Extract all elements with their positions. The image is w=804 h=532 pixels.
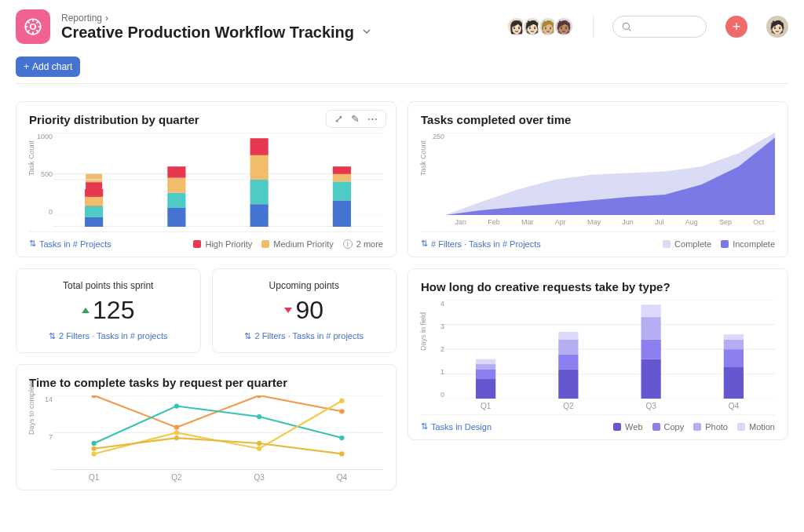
- filter-link[interactable]: ⇅ Tasks in # Projects: [29, 239, 111, 249]
- svg-rect-55: [476, 364, 495, 369]
- filter-icon: ⇅: [244, 331, 251, 341]
- kpi-label: Total points this sprint: [24, 280, 192, 291]
- kpi-value: 125: [93, 296, 134, 325]
- kpi-card-total-points[interactable]: Total points this sprint 125 ⇅2 Filters …: [16, 268, 201, 353]
- svg-point-32: [257, 395, 261, 398]
- svg-point-34: [91, 441, 96, 446]
- search-input[interactable]: [612, 16, 707, 38]
- svg-point-1: [31, 24, 36, 30]
- kpi-label: Upcoming points: [221, 280, 389, 291]
- svg-point-33: [339, 409, 344, 414]
- svg-rect-63: [641, 317, 660, 339]
- card-requests-by-type[interactable]: How long do creative requests take by ty…: [407, 268, 788, 440]
- stacked-bar-chart-layer: [53, 133, 383, 227]
- svg-point-35: [174, 403, 179, 408]
- chevron-right-icon: ›: [105, 13, 108, 24]
- card-actions: ⤢ ✎ ⋯: [326, 110, 386, 128]
- trend-up-icon: [82, 308, 90, 313]
- card-tasks-completed[interactable]: Tasks completed over time Task Count 250…: [407, 101, 788, 257]
- kpi-card-upcoming-points[interactable]: Upcoming points 90 ⇅2 Filters · Tasks in…: [212, 268, 397, 353]
- svg-rect-24: [333, 181, 351, 200]
- plus-icon: +: [24, 61, 29, 72]
- kpi-filter-link[interactable]: ⇅2 Filters · Tasks in # projects: [221, 331, 389, 341]
- y-axis-label: Task Count: [419, 140, 427, 176]
- add-chart-label: Add chart: [32, 61, 72, 72]
- svg-rect-64: [641, 304, 660, 317]
- stacked-bar-chart: [444, 300, 775, 399]
- svg-rect-56: [476, 359, 495, 364]
- svg-rect-61: [641, 359, 660, 399]
- svg-rect-18: [167, 166, 185, 177]
- svg-point-2: [623, 23, 629, 29]
- svg-rect-14: [85, 189, 103, 197]
- svg-point-43: [174, 435, 179, 440]
- y-axis-label: Days in field: [419, 312, 427, 351]
- card-title: Time to complete tasks by request per qu…: [29, 376, 383, 389]
- y-axis-label: Task Count: [27, 140, 35, 176]
- svg-rect-12: [85, 206, 103, 217]
- add-button[interactable]: +: [725, 16, 747, 38]
- trend-down-icon: [284, 308, 292, 313]
- header: Reporting › Creative Production Workflow…: [0, 0, 804, 50]
- toolbar: + Add chart: [0, 50, 804, 90]
- card-priority-distribution[interactable]: Priority distribution by quarter ⤢ ✎ ⋯ T…: [16, 101, 397, 257]
- legend: Complete Incomplete: [663, 239, 775, 249]
- svg-rect-60: [558, 332, 578, 339]
- svg-rect-11: [85, 217, 103, 227]
- breadcrumb[interactable]: Reporting ›: [61, 13, 373, 24]
- svg-rect-67: [724, 340, 744, 350]
- svg-point-44: [257, 441, 261, 446]
- svg-rect-62: [641, 340, 660, 359]
- svg-rect-65: [724, 366, 744, 399]
- svg-rect-22: [250, 138, 269, 155]
- svg-rect-23: [333, 200, 351, 227]
- me-avatar[interactable]: 🧑🏻: [766, 16, 788, 38]
- svg-rect-13: [85, 197, 103, 206]
- filter-icon: ⇅: [29, 239, 36, 249]
- filter-link[interactable]: ⇅ # Filters · Tasks in # Projects: [421, 239, 541, 249]
- svg-rect-21: [250, 155, 269, 180]
- kpi-filter-link[interactable]: ⇅2 Filters · Tasks in # projects: [24, 331, 192, 341]
- svg-point-38: [91, 451, 96, 456]
- svg-point-40: [257, 446, 261, 451]
- filter-link[interactable]: ⇅ Tasks in Design: [421, 421, 492, 432]
- filter-icon: ⇅: [49, 331, 56, 341]
- edit-icon[interactable]: ✎: [348, 113, 363, 125]
- kpi-value: 90: [295, 296, 323, 325]
- svg-point-36: [257, 414, 261, 419]
- expand-icon[interactable]: ⤢: [331, 113, 346, 125]
- svg-rect-19: [250, 204, 269, 227]
- svg-rect-68: [724, 334, 744, 339]
- collaborator-avatars[interactable]: 👩🏻 🧑🏻 🧑🏼 🧑🏽: [506, 16, 574, 37]
- add-chart-button[interactable]: + Add chart: [16, 56, 80, 77]
- svg-point-31: [174, 425, 179, 429]
- divider: [593, 16, 594, 38]
- svg-rect-15: [167, 208, 185, 227]
- svg-rect-17: [167, 178, 185, 193]
- svg-rect-16: [167, 193, 185, 208]
- svg-point-42: [91, 446, 96, 451]
- search-icon: [621, 21, 632, 32]
- svg-rect-66: [724, 349, 744, 366]
- info-icon: i: [343, 239, 353, 249]
- kpi-row: Total points this sprint 125 ⇅2 Filters …: [16, 268, 397, 353]
- area-chart: [444, 133, 775, 215]
- svg-rect-59: [558, 340, 578, 355]
- legend: High Priority Medium Priority i2 more: [193, 239, 383, 249]
- svg-point-41: [339, 399, 344, 403]
- card-time-by-request[interactable]: Time to complete tasks by request per qu…: [16, 364, 397, 490]
- more-icon[interactable]: ⋯: [364, 113, 381, 125]
- card-title: Tasks completed over time: [421, 113, 775, 126]
- chevron-down-icon[interactable]: [360, 25, 373, 40]
- card-title: How long do creative requests take by ty…: [421, 280, 775, 293]
- svg-rect-54: [476, 369, 495, 379]
- svg-rect-20: [250, 180, 269, 204]
- svg-point-37: [339, 435, 344, 440]
- svg-point-39: [174, 430, 179, 435]
- filter-icon: ⇅: [421, 239, 428, 249]
- svg-point-30: [91, 395, 96, 398]
- line-chart: [53, 395, 383, 470]
- y-axis-label: Days to complete: [27, 380, 35, 435]
- svg-rect-57: [558, 369, 578, 399]
- avatar[interactable]: 🧑🏽: [554, 16, 574, 37]
